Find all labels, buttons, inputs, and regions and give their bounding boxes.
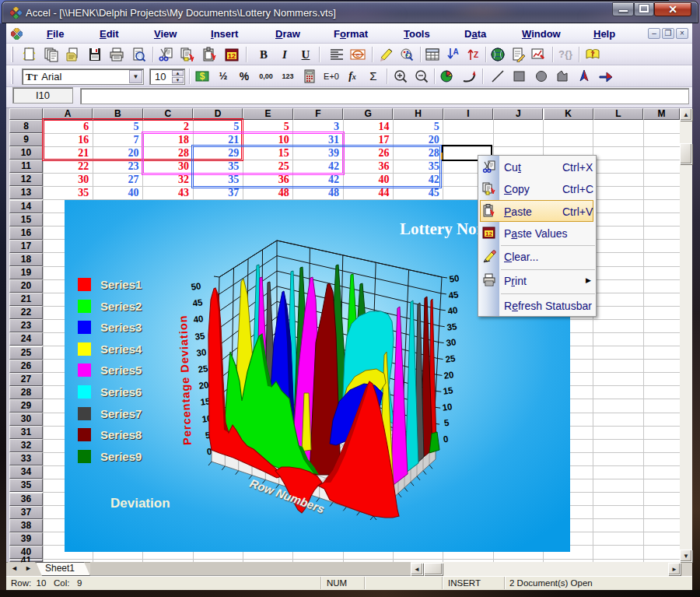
svg-text:$: $ (200, 71, 205, 82)
svg-text:12: 12 (228, 52, 236, 60)
svg-text:20: 20 (198, 380, 209, 391)
svg-text:30: 30 (446, 337, 457, 348)
svg-text:Series1: Series1 (100, 278, 142, 291)
svg-text:40: 40 (447, 305, 458, 316)
svg-text:30: 30 (196, 347, 207, 358)
svg-text:10: 10 (442, 402, 453, 413)
svg-text:20: 20 (443, 370, 454, 381)
svg-text:?: ? (590, 50, 595, 58)
svg-text:Z: Z (474, 51, 478, 59)
svg-text:35: 35 (446, 321, 458, 332)
svg-text:25: 25 (445, 353, 457, 364)
svg-text:50: 50 (449, 273, 460, 284)
svg-text:Series5: Series5 (100, 363, 142, 377)
svg-text:e: e (356, 51, 360, 58)
svg-text:Series8: Series8 (100, 428, 142, 441)
svg-text:A: A (453, 47, 458, 56)
svg-text:Series3: Series3 (100, 321, 142, 334)
svg-text:12: 12 (485, 230, 492, 237)
svg-text:15: 15 (443, 385, 454, 396)
svg-text:Series6: Series6 (100, 385, 142, 399)
svg-text:Series4: Series4 (100, 342, 142, 356)
svg-text:25: 25 (198, 363, 209, 374)
svg-text:40: 40 (193, 314, 204, 325)
svg-text:45: 45 (192, 297, 204, 308)
svg-text:50: 50 (191, 281, 201, 292)
svg-text:Deviation: Deviation (110, 496, 170, 511)
svg-text:35: 35 (194, 331, 206, 342)
svg-text:Series7: Series7 (100, 407, 142, 420)
svg-text:45: 45 (448, 290, 460, 300)
svg-text:Series2: Series2 (100, 300, 142, 313)
svg-text:Series9: Series9 (100, 450, 142, 463)
